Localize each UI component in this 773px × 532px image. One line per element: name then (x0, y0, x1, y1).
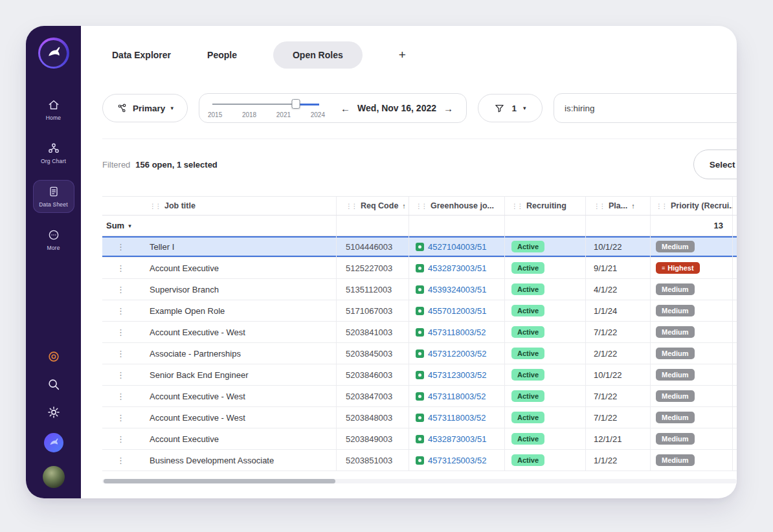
focus-target-icon[interactable] (47, 349, 61, 364)
sidebar-item-data-sheet[interactable]: Data Sheet (33, 180, 74, 213)
row-drag-icon[interactable]: ⋮ (117, 242, 125, 252)
placed-date-cell: 1/1/24 (586, 300, 651, 321)
row-drag-icon[interactable]: ⋮ (117, 263, 125, 273)
recruiting-cell: Active (505, 236, 586, 257)
row-drag-icon[interactable]: ⋮ (117, 370, 125, 380)
prev-date-arrow[interactable]: ← (341, 103, 350, 114)
recruiting-status-badge: Active (511, 369, 544, 381)
data-table: ⋮⋮ Job title ⋮⋮ Req Code ↑ ⋮⋮ Greenhouse… (102, 196, 737, 471)
row-drag-icon[interactable]: ⋮ (117, 327, 125, 337)
req-code-cell: 5203847003 (337, 386, 409, 406)
row-drag-icon[interactable]: ⋮ (117, 413, 125, 423)
greenhouse-cell: 4539324003/51 (409, 279, 505, 300)
table-row[interactable]: ⋮ Account Executive 5125227003 453287300… (102, 258, 737, 279)
scrollbar-thumb[interactable] (104, 479, 335, 483)
greenhouse-job-link[interactable]: 4539324003/51 (428, 285, 486, 294)
sum-selector[interactable]: Sum ▾ (102, 216, 337, 236)
recruiting-cell: Active (505, 364, 586, 385)
row-drag-icon[interactable]: ⋮ (117, 285, 125, 294)
recruiting-cell: Active (505, 407, 586, 428)
priority-label: Medium (662, 243, 689, 250)
column-header-priority[interactable]: ⋮⋮ Priority (Recrui... (651, 197, 733, 215)
filter-dropdown[interactable]: 1 ▾ (478, 94, 543, 122)
column-header-clipped[interactable]: ⋮⋮ (733, 197, 737, 215)
greenhouse-job-link[interactable]: 4573118003/52 (428, 392, 486, 401)
column-label: Req Code (361, 201, 398, 210)
table-row[interactable]: ⋮ Account Executive - West 5203847003 45… (102, 386, 737, 407)
priority-badge: ≡Medium (656, 412, 695, 423)
greenhouse-job-link[interactable]: 4573122003/52 (428, 349, 486, 359)
greenhouse-job-link[interactable]: 4557012003/51 (428, 306, 486, 316)
settings-gear-icon[interactable] (47, 405, 61, 419)
table-row[interactable]: ⋮ Supervisor Branch 5135112003 453932400… (102, 279, 737, 300)
row-drag-icon[interactable]: ⋮ (117, 456, 125, 465)
column-drag-icon[interactable]: ⋮⋮ (656, 203, 667, 210)
column-drag-icon[interactable]: ⋮⋮ (416, 203, 427, 210)
sidebar-item-home[interactable]: Home (33, 93, 74, 126)
column-header-greenhouse[interactable]: ⋮⋮ Greenhouse jo... (409, 197, 505, 215)
greenhouse-job-link[interactable]: 4573118003/52 (428, 413, 486, 423)
table-meta-row: Filtered156 open, 1 selected Select co (102, 150, 737, 179)
priority-badge: ≡Medium (656, 283, 695, 295)
table-row[interactable]: ⋮ Example Open Role 5171067003 455701200… (102, 300, 737, 322)
slider-handle[interactable] (291, 99, 300, 109)
row-handle-cell: ⋮ (102, 428, 139, 449)
next-date-arrow[interactable]: → (443, 103, 453, 114)
greenhouse-job-link[interactable]: 4532873003/51 (428, 434, 486, 444)
clipped-cell (733, 364, 737, 385)
add-tab-button[interactable]: + (399, 48, 406, 62)
column-drag-icon[interactable]: ⋮⋮ (346, 203, 357, 210)
select-columns-button[interactable]: Select co (693, 150, 737, 179)
greenhouse-job-link[interactable]: 4573125003/52 (428, 456, 486, 465)
timeline-slider[interactable]: 2015 2018 2021 2024 (212, 98, 319, 118)
column-drag-icon[interactable]: ⋮⋮ (511, 203, 522, 210)
toolbar: Primary ▾ 2015 2018 2021 2024 (102, 93, 737, 123)
row-drag-icon[interactable]: ⋮ (117, 306, 125, 316)
req-code-cell: 5203841003 (337, 322, 409, 342)
app-badge-icon[interactable] (44, 433, 63, 452)
tab-data-explorer[interactable]: Data Explorer (112, 50, 171, 60)
placed-date-cell: 2/1/22 (586, 343, 651, 364)
tab-people[interactable]: People (207, 50, 237, 60)
column-header-job-title[interactable]: ⋮⋮ Job title (139, 197, 337, 215)
priority-badge: ≡Medium (656, 369, 695, 381)
filtered-value: 156 open, 1 selected (135, 160, 217, 170)
funnel-icon (494, 103, 505, 114)
job-title-cell: Associate - Partnerships (139, 343, 337, 364)
greenhouse-job-link[interactable]: 4573118003/52 (428, 327, 486, 337)
priority-label: Highest (667, 265, 693, 272)
column-drag-icon[interactable]: ⋮⋮ (150, 203, 161, 210)
greenhouse-cell: 4573123003/52 (409, 364, 505, 385)
clipped-cell (733, 300, 737, 321)
tick-label: 2015 (208, 111, 222, 118)
table-row[interactable]: ⋮ Business Development Associate 5203851… (102, 450, 737, 471)
table-row[interactable]: ⋮ Account Executive 5203849003 453287300… (102, 428, 737, 450)
primary-filter-dropdown[interactable]: Primary ▾ (102, 94, 188, 122)
row-drag-icon[interactable]: ⋮ (117, 392, 125, 401)
greenhouse-job-link[interactable]: 4527104003/51 (428, 242, 486, 252)
row-drag-icon[interactable]: ⋮ (117, 349, 125, 359)
table-row[interactable]: ⋮ Account Executive - West 5203841003 45… (102, 322, 737, 343)
table-row[interactable]: ⋮ Senior Back End Engineer 5203846003 45… (102, 364, 737, 386)
priority-label: Medium (662, 350, 689, 357)
search-icon[interactable] (47, 377, 61, 392)
table-row[interactable]: ⋮ Teller I 5104446003 4527104003/51 Acti… (102, 236, 737, 258)
column-header-recruiting[interactable]: ⋮⋮ Recruiting (505, 197, 586, 215)
row-handle-cell: ⋮ (102, 258, 139, 278)
sidebar-item-more[interactable]: More (33, 223, 74, 256)
greenhouse-icon (416, 371, 424, 379)
table-row[interactable]: ⋮ Associate - Partnerships 5203845003 45… (102, 343, 737, 364)
column-header-req-code[interactable]: ⋮⋮ Req Code ↑ (337, 197, 409, 215)
column-drag-icon[interactable]: ⋮⋮ (594, 203, 605, 210)
search-input[interactable] (565, 104, 737, 113)
table-row[interactable]: ⋮ Account Executive - West 5203848003 45… (102, 407, 737, 428)
row-drag-icon[interactable]: ⋮ (117, 434, 125, 444)
sidebar-item-org-chart[interactable]: Org Chart (33, 137, 74, 170)
user-avatar[interactable] (43, 466, 65, 488)
column-header-placed[interactable]: ⋮⋮ Pla... ↑ (586, 197, 651, 215)
job-title-cell: Senior Back End Engineer (139, 364, 337, 385)
greenhouse-job-link[interactable]: 4573123003/52 (428, 370, 486, 380)
current-date-label[interactable]: Wed, Nov 16, 2022 (357, 103, 436, 113)
greenhouse-job-link[interactable]: 4532873003/51 (428, 263, 486, 273)
tab-open-roles[interactable]: Open Roles (273, 41, 363, 69)
